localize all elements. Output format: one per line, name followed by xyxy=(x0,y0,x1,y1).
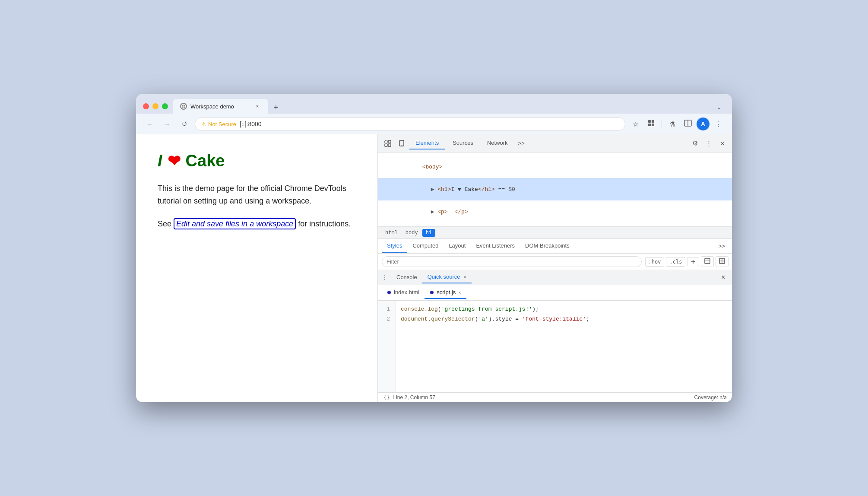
heading-cake: Cake xyxy=(186,152,225,170)
webpage-link-section: See Edit and save files in a workspace f… xyxy=(158,218,356,230)
p-close-tag: </p> xyxy=(454,209,468,215)
reload-button[interactable]: ↺ xyxy=(177,117,191,131)
tab-event-listeners[interactable]: Event Listeners xyxy=(471,239,520,253)
cursor-position: Line 2, Column 57 xyxy=(393,394,435,401)
toolbar: ← → ↺ ⚠ Not Secure [::]:8000 ☆ xyxy=(136,114,732,134)
styles-filter-row: :hov .cls + xyxy=(378,254,732,270)
cls-button[interactable]: .cls xyxy=(666,257,685,267)
flask-button[interactable]: ⚗ xyxy=(665,117,679,131)
force-state-button[interactable] xyxy=(701,256,714,267)
title-bar: Workspace demo × + ⌄ xyxy=(136,94,732,114)
devtools-more-tabs[interactable]: >> xyxy=(516,138,527,148)
svg-rect-12 xyxy=(388,144,391,146)
devtools-dots-button[interactable]: ⋮ xyxy=(703,137,715,149)
profile-button[interactable]: A xyxy=(697,118,710,130)
extensions-button[interactable] xyxy=(644,117,658,131)
devtools-main: <body> ▶ <h1>I ♥ Cake</h1> == $0 ▶ <p> <… xyxy=(378,153,732,402)
svg-rect-3 xyxy=(648,120,651,123)
body-tag: <body> xyxy=(422,164,443,170)
format-icon[interactable]: {} xyxy=(383,394,390,401)
menu-icon: ⋮ xyxy=(715,120,722,128)
code-line2-value: 'font-style:italic' xyxy=(522,316,586,322)
elements-panel: <body> ▶ <h1>I ♥ Cake</h1> == $0 ▶ <p> <… xyxy=(378,153,732,227)
browser-content: I ❤ Cake This is the demo page for the o… xyxy=(136,134,732,402)
split-button[interactable] xyxy=(681,117,695,131)
code-editor[interactable]: 1 2 console.log('greetings from script.j… xyxy=(378,301,732,392)
tab-quick-source[interactable]: Quick source × xyxy=(422,271,472,283)
styles-filter-input[interactable] xyxy=(382,256,642,267)
star-button[interactable]: ☆ xyxy=(629,117,643,131)
breadcrumb-body[interactable]: body xyxy=(402,229,421,237)
browser-window: Workspace demo × + ⌄ ← → ↺ ⚠ Not Secure … xyxy=(136,94,732,402)
close-traffic-light[interactable] xyxy=(143,103,149,109)
devtools-header: Elements Sources Network >> ⚙ ⋮ × xyxy=(378,134,732,153)
heart-icon: ❤ xyxy=(168,152,181,170)
svg-rect-11 xyxy=(388,140,391,143)
code-line2-arg: 'a' xyxy=(478,316,488,322)
styles-more-tabs[interactable]: >> xyxy=(715,241,729,251)
breadcrumb-h1[interactable]: h1 xyxy=(422,229,435,237)
p-ellipsis xyxy=(448,209,455,215)
webpage-heading: I ❤ Cake xyxy=(158,152,356,170)
dollar-sign: $0 xyxy=(508,186,515,193)
hov-button[interactable]: :hov xyxy=(645,257,665,267)
dom-body-line: <body> xyxy=(378,156,732,178)
script-tab-close[interactable]: × xyxy=(458,290,461,295)
file-tab-index-html[interactable]: index.html xyxy=(382,286,424,299)
tab-sources[interactable]: Sources xyxy=(447,137,479,149)
tab-layout[interactable]: Layout xyxy=(444,239,471,253)
file-tab-script-js[interactable]: script.js × xyxy=(424,286,466,299)
h1-text: I ♥ Cake xyxy=(451,186,478,193)
h1-open-tag: <h1> xyxy=(437,186,451,193)
tab-dom-breakpoints[interactable]: DOM Breakpoints xyxy=(520,239,575,253)
device-toolbar-button[interactable] xyxy=(396,137,408,149)
quick-source-close[interactable]: × xyxy=(463,274,466,280)
tab-elements[interactable]: Elements xyxy=(409,137,445,149)
devtools-settings-button[interactable]: ⚙ xyxy=(689,137,701,149)
dom-p-line: ▶ <p> </p> xyxy=(378,200,732,223)
code-line1-string: 'greetings from script.js!' xyxy=(441,306,532,312)
address-url: [::]:8000 xyxy=(240,121,262,127)
active-tab[interactable]: Workspace demo × xyxy=(173,99,268,114)
devtools-actions: ⚙ ⋮ × xyxy=(689,137,729,149)
security-warning: ⚠ Not Secure xyxy=(201,121,236,127)
devtools-close-button[interactable]: × xyxy=(716,137,729,149)
minimize-traffic-light[interactable] xyxy=(152,103,158,109)
address-bar[interactable]: ⚠ Not Secure [::]:8000 xyxy=(195,118,625,130)
tab-computed[interactable]: Computed xyxy=(407,239,444,253)
code-content[interactable]: console.log('greetings from script.js!')… xyxy=(396,301,732,392)
menu-button[interactable]: ⋮ xyxy=(711,117,725,131)
p-tag: <p> xyxy=(437,209,447,215)
tab-dropdown-button[interactable]: ⌄ xyxy=(713,102,725,114)
tab-styles[interactable]: Styles xyxy=(382,239,407,253)
equals-sign: == xyxy=(495,186,508,193)
tab-network[interactable]: Network xyxy=(481,137,514,149)
new-tab-button[interactable]: + xyxy=(270,102,282,114)
add-style-button[interactable]: + xyxy=(687,257,699,266)
tabs-row: Workspace demo × + ⌄ xyxy=(173,99,725,114)
gear-icon: ⚙ xyxy=(692,140,698,147)
tab-console[interactable]: Console xyxy=(391,271,422,283)
layout-editor-button[interactable] xyxy=(716,256,729,267)
toolbar-separator xyxy=(662,120,662,128)
svg-point-20 xyxy=(387,291,391,294)
tab-title: Workspace demo xyxy=(190,103,234,110)
devtools-panel: Elements Sources Network >> ⚙ ⋮ × xyxy=(378,134,732,402)
inspect-element-button[interactable] xyxy=(382,137,394,149)
back-button[interactable]: ← xyxy=(143,117,157,131)
tab-close-button[interactable]: × xyxy=(253,102,261,110)
devtools-tabs: Elements Sources Network >> xyxy=(409,137,687,149)
svg-rect-5 xyxy=(648,124,651,126)
breadcrumb-html[interactable]: html xyxy=(382,229,401,237)
split-icon xyxy=(684,119,692,129)
forward-button[interactable]: → xyxy=(160,117,174,131)
bottom-pane-close-button[interactable]: × xyxy=(718,272,729,283)
workspace-link[interactable]: Edit and save files in a workspace xyxy=(174,218,296,229)
dom-h1-line[interactable]: ▶ <h1>I ♥ Cake</h1> == $0 xyxy=(378,178,732,200)
link-suffix: for instructions. xyxy=(296,219,351,228)
svg-rect-9 xyxy=(385,140,387,143)
svg-rect-10 xyxy=(385,144,387,146)
line-number-1: 1 xyxy=(383,304,390,314)
tag-breadcrumbs: html body h1 xyxy=(378,227,732,239)
fullscreen-traffic-light[interactable] xyxy=(162,103,168,109)
